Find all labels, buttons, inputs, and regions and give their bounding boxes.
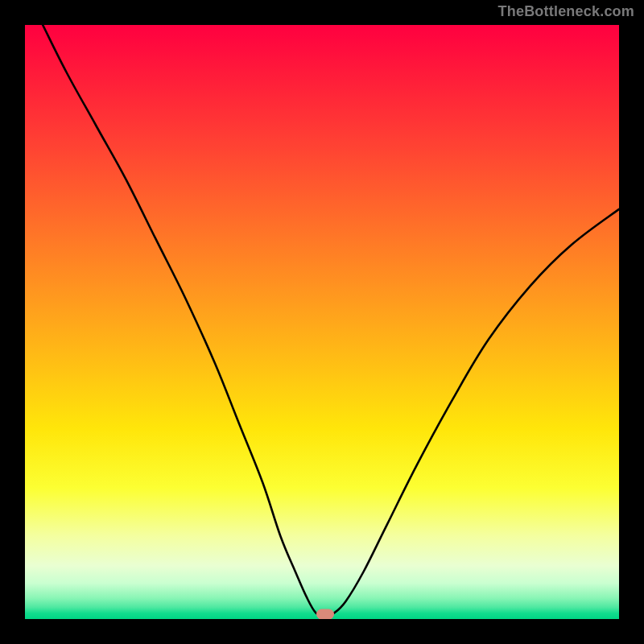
optimal-point-marker: [316, 609, 334, 619]
bottleneck-curve: [25, 25, 619, 619]
plot-area: [25, 25, 619, 619]
watermark-text: TheBottleneck.com: [498, 3, 634, 20]
chart-frame: TheBottleneck.com: [0, 0, 644, 644]
